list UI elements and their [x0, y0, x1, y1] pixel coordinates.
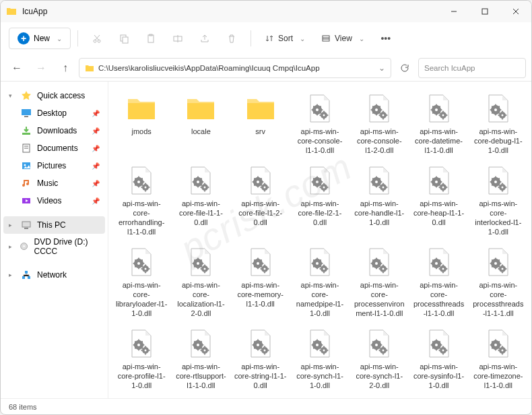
file-item[interactable]: api-ms-win-core-localization-l1-2-0.dll	[173, 243, 228, 321]
sidebar-item-quick-access[interactable]: ▾Quick access	[3, 87, 105, 104]
sidebar-item-downloads[interactable]: Downloads📌	[3, 122, 105, 139]
new-label: New	[34, 34, 50, 43]
folder-item[interactable]: srv	[233, 90, 288, 158]
delete-button[interactable]	[220, 28, 244, 49]
status-bar: 68 items	[1, 398, 531, 414]
svg-point-29	[24, 246, 25, 247]
svg-rect-14	[323, 36, 329, 41]
file-name: api-ms-win-core-processenvironment-l1-1-…	[353, 281, 405, 318]
sidebar-item-network[interactable]: ▸Network	[3, 266, 105, 284]
refresh-button[interactable]	[394, 57, 415, 79]
dll-icon	[244, 327, 277, 360]
chevron-down-icon	[54, 34, 62, 43]
folder-item[interactable]: locale	[173, 90, 228, 158]
dll-icon	[304, 164, 336, 197]
download-icon	[21, 125, 32, 136]
dll-icon	[304, 327, 336, 360]
file-item[interactable]: api-ms-win-core-handle-l1-1-0.dll	[352, 162, 407, 239]
svg-point-96	[383, 268, 385, 270]
svg-point-112	[204, 350, 206, 352]
share-button[interactable]	[193, 28, 217, 49]
svg-rect-26	[22, 222, 30, 227]
file-name: api-ms-win-core-processthreads-l1-1-0.dl…	[412, 281, 465, 318]
paste-button[interactable]	[139, 28, 163, 49]
file-name: api-ms-win-core-sysinfo-l1-1-0.dll	[412, 362, 465, 390]
sidebar-item-dvd-drive-d-cccc[interactable]: ▸DVD Drive (D:) CCCC	[3, 234, 105, 259]
file-item[interactable]: api-ms-win-core-datetime-l1-1-0.dll	[411, 90, 466, 158]
file-item[interactable]: api-ms-win-core-debug-l1-1-0.dll	[471, 90, 526, 158]
folder-icon	[185, 92, 217, 125]
sidebar-item-videos[interactable]: Videos📌	[3, 192, 105, 210]
sidebar-item-this-pc[interactable]: ▸This PC	[3, 216, 105, 234]
file-name: api-ms-win-core-synch-l1-2-0.dll	[353, 362, 405, 390]
sidebar-item-documents[interactable]: Documents📌	[3, 139, 105, 157]
svg-point-64	[323, 187, 325, 189]
svg-point-42	[435, 108, 438, 111]
file-item[interactable]: api-ms-win-core-processenvironment-l1-1-…	[352, 243, 407, 321]
file-item[interactable]: api-ms-win-core-file-l1-1-0.dll	[173, 162, 228, 239]
view-button[interactable]: View	[314, 30, 371, 47]
search-input[interactable]: Search IcuApp	[418, 58, 526, 78]
dll-icon	[185, 164, 217, 197]
file-item[interactable]: api-ms-win-core-namedpipe-l1-1-0.dll	[292, 243, 347, 321]
cut-button[interactable]	[85, 28, 109, 49]
up-button[interactable]: ↑	[55, 57, 76, 79]
toolbar: + New Sort View •••	[1, 22, 531, 55]
file-item[interactable]: api-ms-win-core-interlocked-l1-1-0.dll	[471, 162, 526, 239]
svg-point-50	[137, 181, 140, 183]
back-button[interactable]: ←	[6, 57, 28, 79]
file-item[interactable]: api-ms-win-core-console-l1-2-0.dll	[352, 90, 407, 158]
file-item[interactable]: api-ms-win-core-processthreads-l1-1-1.dl…	[471, 243, 526, 321]
file-name: api-ms-win-core-file-l1-2-0.dll	[234, 199, 287, 227]
sidebar-item-desktop[interactable]: Desktop📌	[3, 104, 105, 122]
file-item[interactable]: api-ms-win-core-file-l1-2-0.dll	[233, 162, 288, 239]
maximize-button[interactable]	[469, 1, 500, 22]
sidebar-item-label: Music	[37, 179, 58, 188]
new-button[interactable]: + New	[9, 28, 71, 49]
separator	[251, 30, 251, 46]
folder-item[interactable]: jmods	[114, 90, 169, 158]
file-item[interactable]: api-ms-win-core-console-l1-1-0.dll	[292, 90, 347, 158]
minimize-button[interactable]	[438, 1, 469, 22]
svg-point-116	[263, 350, 265, 352]
file-item[interactable]: api-ms-win-core-file-l2-1-0.dll	[292, 162, 347, 239]
address-bar[interactable]: C:\Users\karolisliucveikis\AppData\Roami…	[79, 58, 391, 78]
more-button[interactable]: •••	[374, 28, 398, 49]
file-item[interactable]: api-ms-win-core-heap-l1-1-0.dll	[411, 162, 466, 239]
file-name: api-ms-win-core-console-l1-2-0.dll	[353, 127, 405, 155]
chevron-down-icon[interactable]: ⌄	[378, 63, 385, 73]
sort-button[interactable]: Sort	[258, 30, 312, 47]
file-name: jmods	[131, 127, 151, 137]
chevron-down-icon	[297, 34, 305, 43]
file-item[interactable]: api-ms-win-core-rtlsupport-l1-1-0.dll	[173, 325, 228, 393]
file-name: locale	[191, 127, 211, 137]
file-item[interactable]: api-ms-win-core-processthreads-l1-1-0.dl…	[411, 243, 466, 321]
copy-button[interactable]	[112, 28, 136, 49]
rename-button[interactable]	[166, 28, 190, 49]
sidebar: ▾Quick accessDesktop📌Downloads📌Documents…	[1, 82, 108, 398]
sidebar-item-music[interactable]: Music📌	[3, 174, 105, 192]
file-item[interactable]: api-ms-win-core-synch-l1-1-0.dll	[292, 325, 347, 393]
content-area[interactable]: jmodslocalesrvapi-ms-win-core-console-l1…	[108, 82, 531, 398]
file-item[interactable]: api-ms-win-core-string-l1-1-0.dll	[233, 325, 288, 393]
svg-point-122	[375, 344, 378, 346]
file-item[interactable]: api-ms-win-core-sysinfo-l1-1-0.dll	[411, 325, 466, 393]
svg-rect-27	[24, 228, 28, 229]
dll-icon	[363, 164, 395, 197]
svg-point-100	[442, 268, 444, 270]
svg-point-86	[257, 262, 259, 265]
close-button[interactable]	[500, 1, 531, 22]
svg-point-88	[263, 268, 265, 270]
file-item[interactable]: api-ms-win-core-libraryloader-l1-1-0.dll	[114, 243, 169, 321]
svg-point-78	[137, 262, 140, 265]
file-item[interactable]: api-ms-win-core-errorhandling-l1-1-0.dll	[114, 162, 169, 239]
file-item[interactable]: api-ms-win-core-memory-l1-1-0.dll	[233, 243, 288, 321]
sidebar-item-label: This PC	[37, 220, 66, 230]
forward-button[interactable]: →	[30, 57, 52, 79]
file-item[interactable]: api-ms-win-core-profile-l1-1-0.dll	[114, 325, 169, 393]
sidebar-item-pictures[interactable]: Pictures📌	[3, 157, 105, 174]
file-item[interactable]: api-ms-win-core-synch-l1-2-0.dll	[352, 325, 407, 393]
dvd-icon	[20, 241, 28, 252]
sidebar-item-label: Network	[37, 270, 67, 280]
file-item[interactable]: api-ms-win-core-timezone-l1-1-0.dll	[471, 325, 526, 393]
